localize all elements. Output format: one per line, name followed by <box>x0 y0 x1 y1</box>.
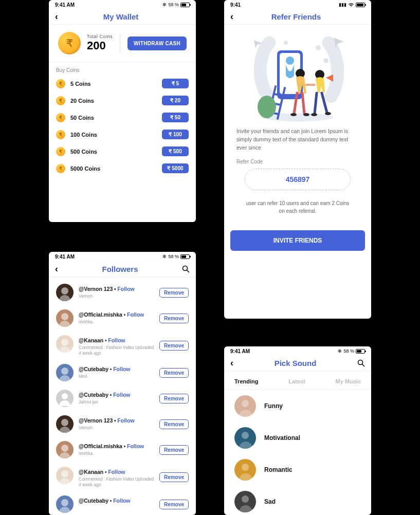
sound-row[interactable]: Funny <box>224 390 371 422</box>
page-title: Refer Friends <box>233 12 359 21</box>
battery-text: 58 % <box>168 2 179 7</box>
follower-handle[interactable]: @Official.mishka <box>79 311 122 318</box>
refer-code-box[interactable]: 456897 <box>245 169 351 190</box>
sound-row[interactable]: Sad <box>224 486 371 515</box>
tab-my-music[interactable]: My Music <box>335 378 361 384</box>
follower-handle[interactable]: @Kanaan <box>79 469 103 475</box>
svg-point-18 <box>325 112 331 115</box>
coin-package-label: 50 Coins <box>70 115 162 121</box>
withdraw-button[interactable]: WITHDRAW CASH <box>127 36 187 50</box>
svg-point-25 <box>61 367 68 375</box>
remove-button[interactable]: Remove <box>159 341 189 351</box>
avatar[interactable] <box>56 495 74 513</box>
avatar[interactable] <box>56 364 74 381</box>
follower-row: @Cutebaby • FollowJahnvi javRemove <box>49 385 196 411</box>
follower-name: Vernon <box>79 293 159 299</box>
buy-button[interactable]: ₹ 100 <box>162 130 189 139</box>
svg-point-28 <box>61 445 68 452</box>
coin-package-row: ₹500 Coins₹ 500 <box>49 143 196 160</box>
sound-thumbnail <box>234 427 256 449</box>
follower-handle[interactable]: @Cutebaby <box>79 366 108 372</box>
sound-row[interactable]: Motivational <box>224 422 371 454</box>
avatar[interactable] <box>56 441 74 458</box>
follower-row: @Official.mishka • FollowmishkaRemove <box>49 437 196 463</box>
tab-latest[interactable]: Latest <box>288 378 305 384</box>
follow-link[interactable]: Follow <box>113 392 130 398</box>
avatar[interactable] <box>56 284 74 301</box>
coin-small-icon: ₹ <box>56 130 65 139</box>
remove-button[interactable]: Remove <box>159 500 189 509</box>
follower-meta: Commented : Fashion Video Uploaded <box>79 476 159 482</box>
coin-package-row: ₹5 Coins₹ 5 <box>49 75 196 92</box>
avatar[interactable] <box>56 390 74 407</box>
remove-button[interactable]: Remove <box>159 472 189 482</box>
buy-button[interactable]: ₹ 50 <box>162 113 189 122</box>
svg-point-26 <box>62 393 68 399</box>
sound-name: Romantic <box>264 466 293 473</box>
svg-line-21 <box>187 270 189 272</box>
battery-icon <box>180 254 190 259</box>
coin-small-icon: ₹ <box>56 79 65 88</box>
buy-button[interactable]: ₹ 20 <box>162 96 189 105</box>
follower-handle[interactable]: @Cutebaby <box>79 392 108 398</box>
invite-friends-button[interactable]: INVITE FRIENDS <box>230 230 365 251</box>
page-title: My Wallet <box>58 12 184 21</box>
buy-button[interactable]: ₹ 5 <box>162 79 189 88</box>
tab-trending[interactable]: Trending <box>234 378 258 384</box>
follow-link[interactable]: Follow <box>127 443 144 449</box>
status-bar: 9:41 ▮▮▮ <box>224 0 371 9</box>
follower-meta-time: 4 week ago <box>79 482 159 487</box>
coin-package-row: ₹5000 Coins₹ 5000 <box>49 160 196 177</box>
follower-row: @Cutebaby • FollowRemove <box>49 491 196 515</box>
sound-name: Motivational <box>264 434 300 442</box>
status-bar: 9:41 AM ✻ 58 % <box>49 252 196 261</box>
follow-link[interactable]: Follow <box>113 498 130 504</box>
nav-bar: ‹ Pick Sound <box>224 356 371 371</box>
follow-link[interactable]: Follow <box>108 337 125 343</box>
sound-thumbnail <box>234 395 256 417</box>
battery-text: 58 % <box>168 254 179 259</box>
coin-package-label: 5 Coins <box>70 81 162 87</box>
wallet-summary: ₹ Total Coins 200 WITHDRAW CASH <box>49 25 196 62</box>
remove-button[interactable]: Remove <box>159 445 189 455</box>
signal-icon: ▮▮▮ <box>339 2 346 7</box>
remove-button[interactable]: Remove <box>159 394 189 403</box>
nav-bar: ‹ Followers <box>49 261 196 277</box>
svg-point-17 <box>311 113 317 116</box>
buy-button[interactable]: ₹ 5000 <box>162 163 189 173</box>
follow-link[interactable]: Follow <box>117 417 134 424</box>
avatar[interactable] <box>56 415 74 433</box>
followers-list: @Vernon 123 • FollowVernonRemove@Officia… <box>49 277 196 515</box>
pick-sound-screen: 9:41 AM ✻ 58 % ‹ Pick Sound TrendingLate… <box>224 346 371 515</box>
follow-link[interactable]: Follow <box>113 366 130 372</box>
follow-link[interactable]: Follow <box>127 311 144 318</box>
remove-button[interactable]: Remove <box>159 288 189 298</box>
bluetooth-icon: ✻ <box>162 2 167 7</box>
follower-meta: Commented : Fashion Video Uploaded <box>79 345 159 350</box>
remove-button[interactable]: Remove <box>159 419 189 429</box>
battery-icon <box>356 349 365 354</box>
coin-package-label: 20 Coins <box>70 98 162 104</box>
follower-handle[interactable]: @Kanaan <box>79 337 103 343</box>
follower-row: @Kanaan • FollowCommented : Fashion Vide… <box>49 463 196 491</box>
avatar[interactable] <box>56 335 74 353</box>
followers-screen: 9:41 AM ✻ 58 % ‹ Followers @Vernon 123 •… <box>49 252 196 515</box>
refer-code-label: Refer Code <box>224 159 371 169</box>
follower-handle[interactable]: @Cutebaby <box>79 498 108 504</box>
search-icon[interactable] <box>182 265 190 273</box>
svg-point-2 <box>323 58 328 63</box>
follow-link[interactable]: Follow <box>117 286 134 292</box>
follower-name: Vernon <box>79 425 159 430</box>
refer-screen: 9:41 ▮▮▮ ‹ Refer Friends <box>224 0 371 319</box>
avatar[interactable] <box>56 467 74 484</box>
sound-row[interactable]: Romantic <box>224 454 371 486</box>
follower-handle[interactable]: @Vernon 123 <box>79 417 113 424</box>
remove-button[interactable]: Remove <box>159 368 189 378</box>
follower-handle[interactable]: @Vernon 123 <box>79 286 113 292</box>
buy-button[interactable]: ₹ 500 <box>162 146 189 156</box>
follower-handle[interactable]: @Official.mishka <box>79 443 122 449</box>
remove-button[interactable]: Remove <box>159 314 189 323</box>
follow-link[interactable]: Follow <box>108 469 125 475</box>
search-icon[interactable] <box>357 359 365 367</box>
avatar[interactable] <box>56 309 74 327</box>
